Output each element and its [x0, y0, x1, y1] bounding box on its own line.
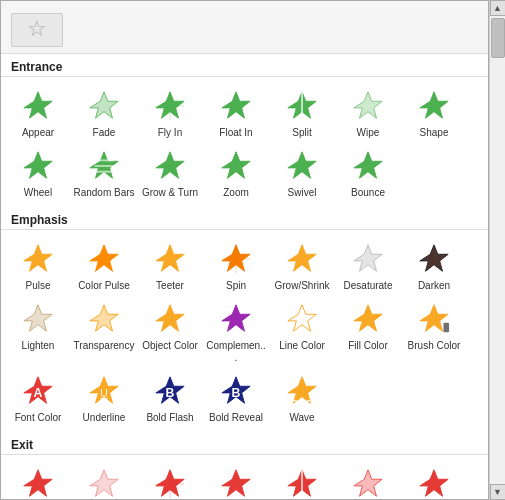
section-header-entrance: Entrance [1, 54, 488, 77]
svg-marker-20 [24, 245, 52, 271]
svg-marker-17 [222, 152, 250, 178]
anim-item-emphasis-2[interactable]: Teeter [137, 236, 203, 296]
anim-item-emphasis-15[interactable]: U Underline [71, 368, 137, 428]
svg-marker-18 [288, 152, 316, 178]
svg-marker-30 [90, 305, 118, 331]
anim-star-icon-entrance-0 [19, 87, 57, 125]
anim-item-entrance-4[interactable]: Split [269, 83, 335, 143]
anim-item-exit-5[interactable]: Wipe [335, 461, 401, 500]
anim-star-icon-exit-1 [85, 465, 123, 500]
svg-marker-27 [354, 245, 382, 271]
anim-item-entrance-7[interactable]: Wheel [5, 143, 71, 203]
anim-label-emphasis-16: Bold Flash [146, 412, 193, 424]
anim-item-exit-0[interactable]: Disappear [5, 461, 71, 500]
anim-label-emphasis-2: Teeter [156, 280, 184, 292]
anim-item-entrance-5[interactable]: Wipe [335, 83, 401, 143]
svg-marker-0 [24, 92, 52, 118]
none-item[interactable]: ☆ [11, 13, 63, 47]
section-emphasis: Emphasis Pulse Color Pulse Teeter Spin G… [1, 207, 488, 432]
anim-item-entrance-1[interactable]: Fade [71, 83, 137, 143]
anim-item-entrance-11[interactable]: Swivel [269, 143, 335, 203]
svg-marker-28 [420, 245, 448, 271]
anim-label-entrance-9: Grow & Turn [142, 187, 198, 199]
anim-item-entrance-8[interactable]: Random Bars [71, 143, 137, 203]
anim-label-entrance-11: Swivel [288, 187, 317, 199]
svg-marker-5 [222, 92, 250, 118]
anim-label-entrance-2: Fly In [158, 127, 182, 139]
svg-marker-34 [354, 305, 382, 331]
anim-star-icon-emphasis-4 [283, 240, 321, 278]
anim-item-emphasis-6[interactable]: Darken [401, 236, 467, 296]
svg-marker-21 [90, 245, 118, 271]
anim-item-exit-3[interactable]: Float Out [203, 461, 269, 500]
svg-text:A: A [34, 386, 43, 400]
anim-item-emphasis-13[interactable]: Brush Color [401, 296, 467, 368]
anim-star-icon-emphasis-8 [85, 300, 123, 338]
none-section: ☆ [1, 1, 488, 54]
anim-item-emphasis-7[interactable]: Lighten [5, 296, 71, 368]
anim-item-emphasis-1[interactable]: Color Pulse [71, 236, 137, 296]
anim-item-entrance-2[interactable]: Fly In [137, 83, 203, 143]
scroll-thumb[interactable] [491, 18, 505, 58]
anim-item-entrance-10[interactable]: Zoom [203, 143, 269, 203]
anim-label-entrance-4: Split [292, 127, 311, 139]
anim-star-icon-entrance-10 [217, 147, 255, 185]
anim-label-emphasis-10: Complemen... [205, 340, 267, 364]
anim-item-emphasis-8[interactable]: Transparency [71, 296, 137, 368]
anim-star-icon-entrance-11 [283, 147, 321, 185]
anim-item-emphasis-3[interactable]: Spin [203, 236, 269, 296]
anim-label-entrance-12: Bounce [351, 187, 385, 199]
anim-star-icon-entrance-2 [151, 87, 189, 125]
svg-marker-10 [24, 152, 52, 178]
svg-marker-9 [420, 92, 448, 118]
anim-item-emphasis-12[interactable]: Fill Color [335, 296, 401, 368]
anim-star-icon-emphasis-15: U [85, 372, 123, 410]
anim-item-entrance-12[interactable]: Bounce [335, 143, 401, 203]
anim-item-exit-6[interactable]: Shape [401, 461, 467, 500]
anim-item-emphasis-14[interactable]: A Font Color [5, 368, 71, 428]
anim-label-entrance-0: Appear [22, 127, 54, 139]
anim-star-icon-exit-0 [19, 465, 57, 500]
anim-star-icon-emphasis-18 [283, 372, 321, 410]
anim-item-emphasis-5[interactable]: Desaturate [335, 236, 401, 296]
anim-star-icon-entrance-6 [415, 87, 453, 125]
anim-item-emphasis-10[interactable]: Complemen... [203, 296, 269, 368]
anim-label-emphasis-4: Grow/Shrink [274, 280, 329, 292]
anim-star-icon-emphasis-11 [283, 300, 321, 338]
anim-star-icon-emphasis-6 [415, 240, 453, 278]
svg-marker-15 [156, 152, 184, 178]
anim-item-exit-4[interactable]: Split [269, 461, 335, 500]
anim-item-entrance-3[interactable]: Float In [203, 83, 269, 143]
anim-item-exit-2[interactable]: Fly Out [137, 461, 203, 500]
anim-label-entrance-8: Random Bars [73, 187, 134, 199]
scroll-up-button[interactable]: ▲ [490, 0, 506, 16]
svg-marker-8 [354, 92, 382, 118]
items-grid-entrance: Appear Fade Fly In Float In Split Wipe S… [1, 77, 488, 207]
anim-label-entrance-5: Wipe [357, 127, 380, 139]
anim-label-entrance-3: Float In [219, 127, 252, 139]
anim-star-icon-exit-6 [415, 465, 453, 500]
anim-label-emphasis-1: Color Pulse [78, 280, 130, 292]
anim-item-entrance-0[interactable]: Appear [5, 83, 71, 143]
anim-item-emphasis-9[interactable]: Object Color [137, 296, 203, 368]
anim-item-emphasis-4[interactable]: Grow/Shrink [269, 236, 335, 296]
anim-item-emphasis-18[interactable]: Wave [269, 368, 335, 428]
scroll-down-button[interactable]: ▼ [490, 484, 506, 500]
svg-marker-32 [222, 305, 250, 331]
items-grid-exit: Disappear Fade Fly Out Float Out Split W… [1, 455, 488, 500]
section-exit: Exit Disappear Fade Fly Out Float Out Sp… [1, 432, 488, 500]
anim-item-emphasis-11[interactable]: Line Color [269, 296, 335, 368]
anim-label-emphasis-14: Font Color [15, 412, 62, 424]
anim-label-emphasis-15: Underline [83, 412, 126, 424]
anim-item-emphasis-16[interactable]: B Bold Flash [137, 368, 203, 428]
anim-label-emphasis-9: Object Color [142, 340, 198, 352]
svg-text:B: B [232, 386, 241, 400]
anim-item-emphasis-0[interactable]: Pulse [5, 236, 71, 296]
anim-item-entrance-9[interactable]: Grow & Turn [137, 143, 203, 203]
anim-star-icon-entrance-4 [283, 87, 321, 125]
svg-marker-31 [156, 305, 184, 331]
anim-label-emphasis-17: Bold Reveal [209, 412, 263, 424]
anim-item-exit-1[interactable]: Fade [71, 461, 137, 500]
anim-item-emphasis-17[interactable]: B Bold Reveal [203, 368, 269, 428]
anim-item-entrance-6[interactable]: Shape [401, 83, 467, 143]
